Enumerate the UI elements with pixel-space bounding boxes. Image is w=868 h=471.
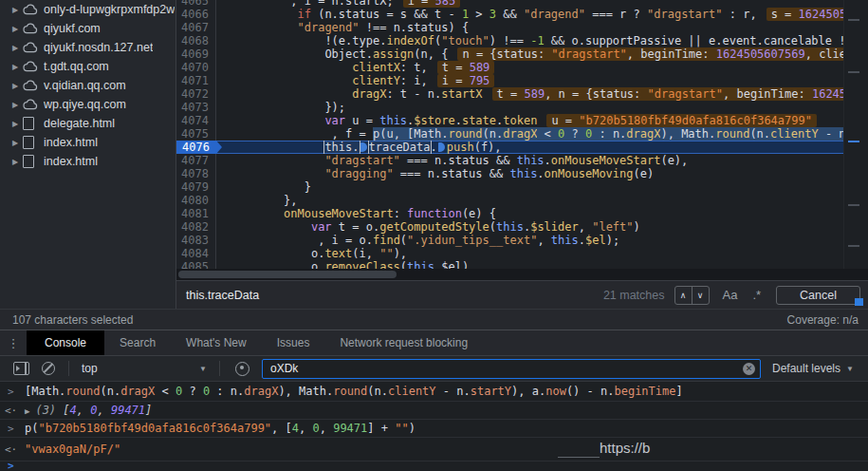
previous-match-button[interactable]: ∧ [675, 287, 693, 304]
clear-console-icon[interactable] [42, 362, 55, 375]
tab-issues[interactable]: Issues [262, 330, 325, 355]
code-token: }, [284, 194, 297, 207]
console-sidebar-toggle-icon[interactable] [13, 362, 29, 375]
cancel-button[interactable]: Cancel [776, 286, 860, 305]
tree-item-wp-qiye-qq-com[interactable]: ▶wp.qiye.qq.com [0, 95, 175, 114]
code-token: ), Math. [660, 127, 715, 141]
console-token: ) [409, 422, 416, 435]
code-token: : r, [723, 8, 757, 21]
tab-search[interactable]: Search [104, 330, 171, 355]
line-number[interactable]: 4082 [176, 220, 216, 234]
code-token: (i, [352, 247, 379, 260]
code-row: 4072 dragX: t - n.startXt = 589, n = {st… [176, 87, 844, 101]
javascript-context-select[interactable]: top ▼ [76, 362, 212, 375]
line-number[interactable]: 4065 [176, 0, 216, 8]
code-token: "dragend" [524, 8, 585, 21]
disclosure-triangle-icon[interactable]: ▶ [12, 63, 23, 71]
code-token: && [496, 8, 524, 21]
disclosure-triangle-icon[interactable]: ▶ [12, 44, 23, 52]
inline-breakpoint-marker[interactable] [360, 142, 367, 152]
code-line: "dragend" !== n.status) { [216, 21, 844, 34]
more-tabs-menu-icon[interactable]: ⋮ [0, 330, 27, 355]
vertical-scrollbar[interactable] [843, 0, 868, 269]
tree-item-index-html[interactable]: ▶index.html [0, 152, 175, 171]
console-token: ] [675, 385, 682, 398]
code-token: , i = o. [318, 234, 373, 247]
live-expression-eye-icon[interactable] [235, 362, 249, 376]
console-message-text: p("b720b5180fbf49d0afa816c0f364a799", [4… [25, 422, 416, 435]
tab-what-s-new[interactable]: What's New [171, 330, 262, 355]
line-number[interactable]: 4070 [176, 61, 216, 74]
next-match-button[interactable]: ∨ [693, 287, 709, 304]
code-token: dragX [626, 127, 660, 141]
code-token: if [297, 8, 310, 21]
line-number[interactable]: 4069 [176, 47, 216, 61]
disclosure-triangle-icon[interactable]: ▶ [12, 6, 23, 14]
horizontal-scrollbar[interactable] [176, 269, 868, 280]
clear-filter-icon[interactable]: ✕ [743, 363, 755, 375]
console-result-row: <·"vwax0gaN/pF/" [0, 438, 868, 462]
line-number[interactable]: 4083 [176, 234, 216, 247]
log-levels-select[interactable]: Default levels ▼ [772, 362, 854, 375]
console-input-row: >p("b720b5180fbf49d0afa816c0f364a799", [… [0, 420, 868, 438]
tree-item-label: qiyukf.nosdn.127.net [44, 41, 153, 54]
line-number[interactable]: 4066 [176, 8, 216, 21]
badge-token: 162450560 [812, 87, 844, 101]
line-number[interactable]: 4077 [176, 154, 216, 167]
line-number[interactable]: 4073 [176, 101, 216, 114]
line-number[interactable]: 4072 [176, 87, 216, 101]
code-token: . [537, 167, 544, 180]
line-number[interactable]: 4081 [176, 207, 216, 220]
tree-item-v-qidian-qq-com[interactable]: ▶v.qidian.qq.com [0, 76, 175, 95]
line-number[interactable]: 4078 [176, 167, 216, 180]
scrollbar-search-mark [848, 204, 859, 206]
console-prompt-chevron-icon[interactable]: > [8, 462, 14, 471]
console-token: , [97, 404, 110, 417]
disclosure-triangle-icon[interactable]: ▶ [12, 25, 23, 33]
search-input[interactable] [176, 288, 603, 303]
filter-input[interactable] [262, 359, 761, 379]
badge-token: , clientX: [805, 47, 844, 61]
regex-button[interactable]: .* [752, 288, 761, 302]
line-number[interactable]: 4080 [176, 194, 216, 207]
console-token: clientY [388, 385, 436, 398]
line-number[interactable]: 4067 [176, 21, 216, 34]
console-token: dragX [120, 385, 155, 398]
disclosure-triangle-icon[interactable]: ▶ [12, 82, 23, 90]
console-token: () - n. [566, 385, 615, 398]
line-number[interactable]: 4079 [176, 180, 216, 194]
disclosure-triangle-icon[interactable]: ▶ [12, 158, 23, 166]
tree-item-qiyukf-nosdn-127-net[interactable]: ▶qiyukf.nosdn.127.net [0, 38, 175, 57]
console-prompt-row[interactable]: > [0, 462, 868, 471]
disclosure-triangle-icon[interactable]: ▶ [12, 101, 23, 109]
tree-item-only-d-lupwgkrpxmfdp2w[interactable]: ▶only-d-lupwgkrpxmfdp2w [0, 0, 175, 19]
tab-console[interactable]: Console [27, 330, 104, 355]
expand-triangle-icon[interactable]: ▶ [25, 406, 29, 416]
badge-token: , beginTime: [723, 87, 812, 101]
line-number[interactable]: 4075 [176, 127, 216, 141]
tree-item-t-gdt-qq-com[interactable]: ▶t.gdt.qq.com [0, 57, 175, 76]
line-number[interactable]: 4084 [176, 247, 216, 260]
tree-item-delegate-html[interactable]: ▶delegate.html [0, 114, 175, 133]
eval-value-badge: u = "b720b5180fbf49d0afa816c0f364a799" [546, 114, 817, 127]
line-number[interactable]: 4074 [176, 114, 216, 127]
disclosure-triangle-icon[interactable]: ▶ [12, 139, 23, 147]
line-number[interactable]: 4076 [176, 141, 216, 154]
code-token: getComputedStyle [379, 220, 489, 234]
code-token: }); [324, 101, 345, 114]
code-token: , [579, 220, 592, 234]
code-token: : i, [400, 74, 428, 87]
disclosure-triangle-icon[interactable]: ▶ [12, 120, 23, 128]
code-token: === n.status && [394, 167, 510, 180]
tree-item-qiyukf-com[interactable]: ▶qiyukf.com [0, 19, 175, 38]
code-row: 4074 var u = this.$store.state.tokenu = … [176, 114, 844, 127]
horizontal-scrollbar-thumb[interactable] [178, 271, 397, 278]
code-line: this.traceData.push(f), [216, 141, 844, 154]
inline-breakpoint-marker[interactable] [438, 142, 445, 152]
match-case-button[interactable]: Aa [723, 288, 738, 302]
line-number[interactable]: 4071 [176, 74, 216, 87]
line-number[interactable]: 4068 [176, 34, 216, 47]
tree-item-index-html[interactable]: ▶index.html [0, 133, 175, 152]
tab-network-request-blocking[interactable]: Network request blocking [324, 330, 483, 355]
console-token: - n. [436, 385, 471, 398]
